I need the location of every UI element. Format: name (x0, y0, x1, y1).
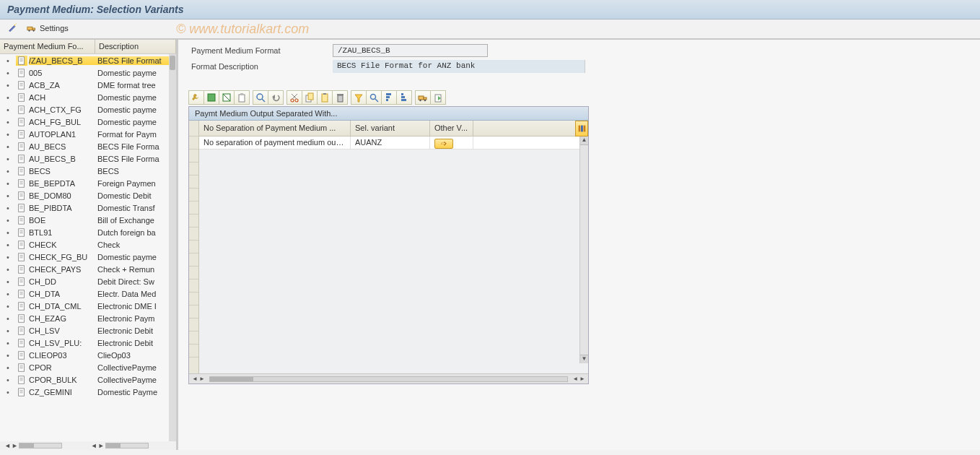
deselect-all-icon[interactable] (219, 90, 235, 105)
tree-item[interactable]: •BOEBill of Exchange (0, 214, 173, 226)
document-icon (16, 178, 27, 188)
tree-item[interactable]: •CH_EZAGElectronic Paym (0, 312, 173, 324)
tree-item[interactable]: •CH_LSVElectronic Debit (0, 324, 173, 337)
tree-item-code: CH_DTA_CML (29, 302, 95, 311)
tree-item[interactable]: •/ZAU_BECS_BBECS File Format (0, 54, 173, 66)
grid-cell-c3[interactable]: ➩ (430, 136, 473, 149)
grid-col-1[interactable]: No Separation of Payment Medium ... (199, 121, 351, 136)
tree-item[interactable]: •CH_DDDebit Direct: Sw (0, 275, 173, 287)
tree-item[interactable]: •AUTOPLAN1Format for Paym (0, 128, 173, 140)
grid-cell-c2[interactable]: AUANZ (351, 136, 430, 149)
tree-item-code: CHECK_PAYS (29, 265, 95, 274)
tree-header-desc[interactable]: Description (95, 40, 176, 53)
document-icon (16, 252, 27, 262)
undo-icon[interactable] (268, 90, 284, 105)
tree-item[interactable]: •AU_BECSBECS File Forma (0, 140, 173, 152)
tree-item[interactable]: •BE_BEPDTAForeign Paymen (0, 177, 173, 189)
tree-item[interactable]: •ACB_ZADME format tree (0, 79, 173, 91)
find-icon[interactable] (366, 90, 382, 105)
paste-icon[interactable] (317, 90, 333, 105)
tree-item[interactable]: •ACH_FG_BULDomestic payme (0, 116, 173, 128)
tree-item[interactable]: •CLIEOP03ClieOp03 (0, 349, 173, 361)
truck-icon[interactable] (415, 90, 431, 105)
sort-asc-icon[interactable] (381, 90, 397, 105)
grid-vertical-scrollbar[interactable]: ▲ ▼ (579, 136, 588, 363)
tree-vertical-scrollbar[interactable] (169, 54, 176, 450)
tree-item-desc: Electronic DME I (95, 302, 173, 311)
tree-bullet-icon: • (0, 228, 16, 237)
tree-item[interactable]: •ACHDomestic payme (0, 91, 173, 103)
tree-item[interactable]: •BE_PIBDTADomestic Transf (0, 202, 173, 214)
tree-item[interactable]: •CHECKCheck (0, 238, 173, 251)
filter-icon[interactable] (351, 90, 367, 105)
wand-icon[interactable] (7, 22, 19, 34)
svg-rect-143 (401, 96, 405, 98)
tree-item-desc: Domestic payme (95, 69, 173, 77)
tree-bullet-icon: • (0, 302, 16, 311)
tree-item[interactable]: •CHECK_FG_BUDomestic payme (0, 251, 173, 263)
main-layout: Payment Medium Fo... Description •/ZAU_B… (0, 40, 980, 450)
cut-icon[interactable] (286, 90, 302, 105)
tree-item[interactable]: •CZ_GEMINIDomestic Payme (0, 386, 173, 398)
grid-config-button[interactable] (575, 121, 588, 136)
grid-title: Paymt Medium Output Separated With... (189, 107, 588, 121)
tree-item[interactable]: •CH_DTA_CMLElectronic DME I (0, 300, 173, 312)
svg-rect-132 (322, 94, 328, 102)
tree-item[interactable]: •BECSBECS (0, 165, 173, 177)
tree-item[interactable]: •ACH_CTX_FGDomestic payme (0, 103, 173, 116)
tree-item-desc: Domestic payme (95, 118, 173, 126)
grid-cell-c1[interactable]: No separation of payment medium ou… (199, 136, 351, 149)
tree-item[interactable]: •CHECK_PAYSCheck + Remun (0, 263, 173, 275)
tree-item-desc: Domestic Debit (95, 191, 173, 200)
delete-icon[interactable] (332, 90, 348, 105)
content-panel: Payment Medium Format /ZAU_BECS_B Format… (178, 40, 980, 450)
document-icon (16, 105, 27, 115)
grid-col-3[interactable]: Other V... (430, 121, 473, 136)
svg-rect-145 (419, 96, 424, 100)
grid-row[interactable]: No separation of payment medium ou… AUAN… (199, 136, 588, 150)
tree-bullet-icon: • (0, 118, 16, 126)
tree-item-desc: Domestic payme (95, 253, 173, 261)
sort-desc-icon[interactable] (396, 90, 412, 105)
tree-header-code[interactable]: Payment Medium Fo... (0, 40, 95, 53)
tree-item-code: CH_LSV (29, 326, 95, 335)
svg-point-148 (424, 100, 426, 101)
tree-bullet-icon: • (0, 376, 16, 384)
tree-item[interactable]: •CH_DTAElectr. Data Med (0, 287, 173, 300)
document-icon (16, 68, 27, 78)
tree-item-code: CH_DD (29, 277, 95, 286)
tree-bullet-icon: • (0, 339, 16, 347)
copy-icon[interactable] (302, 90, 318, 105)
tree-item[interactable]: •005Domestic payme (0, 66, 173, 79)
document-icon (16, 301, 27, 311)
format-value-field[interactable]: /ZAU_BECS_B (333, 44, 488, 57)
tree-item-code: CZ_GEMINI (29, 388, 95, 396)
tree-item[interactable]: •AU_BECS_BBECS File Forma (0, 152, 173, 165)
clipboard-icon[interactable] (234, 90, 250, 105)
detail-icon[interactable] (253, 90, 268, 105)
document-icon (16, 264, 27, 274)
tree-item-code: CH_DTA (29, 290, 95, 298)
select-all-icon[interactable] (204, 90, 219, 105)
tree-bullet-icon: • (0, 105, 16, 114)
document-icon (16, 277, 27, 287)
settings-button[interactable]: Settings (22, 21, 74, 35)
grid-col-2[interactable]: Sel. variant (351, 121, 430, 136)
grid-horizontal-scrollbar[interactable]: ◄► ◄► (189, 373, 588, 384)
tree-item-code: CLIEOP03 (29, 351, 95, 360)
tree-item[interactable]: •BTL91Dutch foreign ba (0, 226, 173, 238)
export-icon[interactable] (430, 90, 446, 105)
tree-item[interactable]: •CPOR_BULKCollectivePayme (0, 373, 173, 386)
svg-rect-42 (19, 167, 25, 175)
svg-rect-140 (386, 96, 390, 98)
wrench-icon[interactable] (188, 90, 204, 105)
tree-item[interactable]: •BE_DOM80Domestic Debit (0, 189, 173, 202)
tree-item-desc: BECS File Forma (95, 142, 173, 151)
other-variants-button[interactable]: ➩ (434, 139, 453, 149)
tree-horizontal-scrollbar[interactable]: ◄► ◄► (0, 441, 176, 450)
document-icon (16, 129, 27, 139)
tree-panel: Payment Medium Fo... Description •/ZAU_B… (0, 40, 178, 450)
tree-item[interactable]: •CPORCollectivePayme (0, 361, 173, 373)
tree-item[interactable]: •CH_LSV_PLU:Electronic Debit (0, 337, 173, 349)
svg-rect-102 (19, 351, 25, 359)
